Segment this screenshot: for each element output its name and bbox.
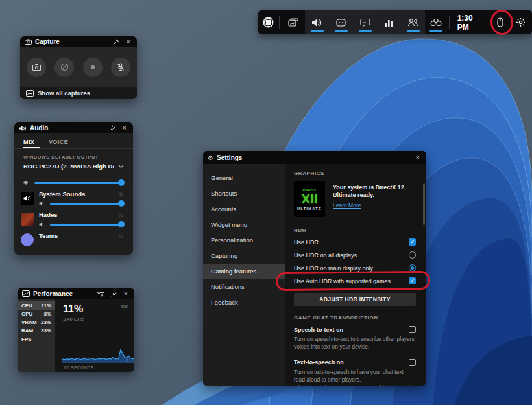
favorite-star-icon[interactable]: ☆ [118,191,124,198]
graphics-header: GRAPHICS [294,170,416,176]
learn-more-link[interactable]: Learn More [333,202,361,209]
speech-to-text-description: Turn on speech-to-text to transcribe oth… [294,335,416,351]
tab-voice[interactable]: VOICE [49,139,68,148]
sliders-icon [97,291,104,297]
widget-menu-icon [288,18,298,27]
nav-notifications[interactable]: Notifications [203,279,285,294]
audio-panel-title: Audio [30,124,48,132]
clock: 1:30 PM [451,10,492,34]
settings-panel: ⚙ Settings × General Shortcuts Accounts … [203,151,426,386]
performance-widget-button[interactable] [377,10,401,34]
scrollbar[interactable] [423,183,425,225]
channel-volume-row [39,218,124,231]
system-sounds-icon [21,192,34,205]
use-auto-hdr-checkbox[interactable]: ✔ [409,277,416,284]
start-recording-button[interactable] [83,58,103,77]
spectate-widget-button[interactable] [425,10,448,34]
settings-titlebar[interactable]: ⚙ Settings × [203,151,426,164]
speaker-icon [19,125,27,132]
metric-gpu[interactable]: GPU 3% [18,310,55,318]
close-button[interactable]: × [122,289,130,299]
adjust-hdr-intensity-button[interactable]: ADJUST HDR INTENSITY [294,293,416,306]
gamebar-right-group: 1:30 PM [425,10,532,34]
output-device-value: ROG PG27U (2- NVIDIA High Definition A..… [23,163,114,170]
use-hdr-checkbox[interactable]: ✔ [409,238,416,246]
show-all-captures-label: Show all captures [38,89,90,97]
text-to-speech-block: Text-to-speech on Turn on text-to-speech… [294,359,416,386]
nav-feedback[interactable]: Feedback [203,295,285,310]
gamebar-toolbar: 1:30 PM [258,10,532,34]
use-auto-hdr-label: Use Auto HDR with supported games [294,278,409,284]
group-widget-button[interactable] [401,10,425,34]
tab-mix[interactable]: MIX [23,139,34,148]
use-hdr-label: Use HDR [294,239,409,246]
speech-to-text-checkbox[interactable] [409,326,416,333]
nav-widget-menu[interactable]: Widget menu [203,217,285,232]
active-widget-indicator [429,30,442,32]
chat-monitor-icon [360,18,370,27]
axis-label: 60 SECONDS [64,365,93,370]
mic-muted-icon [117,63,125,71]
screenshot-button[interactable] [27,58,46,77]
output-device-dropdown[interactable]: ROG PG27U (2- NVIDIA High Definition A..… [14,162,133,174]
hades-app-icon [21,213,34,226]
axis-max: 100 [121,305,128,309]
options-button[interactable] [95,290,106,298]
hdr-header: HDR [294,227,416,233]
settings-gear-button[interactable] [509,10,532,34]
slider-knob[interactable] [118,179,125,186]
slider-knob[interactable] [118,221,125,227]
gallery-icon [26,90,34,97]
audio-titlebar[interactable]: Audio × [14,122,133,133]
favorite-star-icon[interactable]: ☆ [118,211,124,218]
pin-button[interactable] [109,290,119,298]
text-to-speech-label: Text-to-speech on [294,359,409,365]
metric-ram[interactable]: RAM 33% [18,327,55,335]
performance-panel: Performance × CPU 11% [18,288,134,372]
hdr-main-display-radio[interactable] [409,264,416,272]
metric-value: -- [48,336,51,342]
metric-fps[interactable]: FPS -- [18,335,55,343]
metric-cpu[interactable]: CPU 11% [18,301,55,310]
chat-widget-button[interactable] [353,10,377,34]
widget-menu-button[interactable] [281,10,305,34]
text-to-speech-checkbox[interactable] [409,359,416,366]
channel-volume-slider[interactable] [50,203,124,205]
active-widget-indicator [311,30,324,32]
nav-accounts[interactable]: Accounts [203,202,285,216]
audio-widget-button[interactable] [305,10,329,34]
channel-volume-slider[interactable] [50,224,124,226]
slider-knob[interactable] [118,200,125,207]
pin-button[interactable] [108,124,117,132]
nav-gaming-features[interactable]: Gaming features [203,264,285,279]
nav-personalization[interactable]: Personalization [203,233,285,248]
favorite-star-icon[interactable]: ☆ [118,232,124,239]
performance-titlebar[interactable]: Performance × [18,288,134,299]
nav-general[interactable]: General [203,170,285,185]
metric-vram[interactable]: VRAM 23% [18,318,55,327]
close-button[interactable]: × [125,37,132,47]
microphone-muted-button[interactable] [111,58,130,77]
xbox-home-button[interactable] [258,10,278,34]
settings-nav: General Shortcuts Accounts Widget menu P… [203,164,285,386]
gear-icon: ⚙ [208,154,213,161]
capture-titlebar[interactable]: Capture × [20,36,137,47]
mouse-mode-button[interactable] [491,10,509,34]
capture-widget-button[interactable] [329,10,353,34]
performance-panel-title: Performance [33,290,73,297]
pin-icon [110,125,115,131]
camera-icon [25,39,32,45]
record-last-30s-button[interactable] [54,58,74,77]
master-volume-slider[interactable] [34,182,124,184]
audio-channel-teams: Teams ☆ [14,231,133,246]
close-button[interactable]: × [414,153,422,163]
metric-label: VRAM [21,319,37,325]
hdr-all-displays-radio[interactable] [409,251,416,259]
nav-shortcuts[interactable]: Shortcuts [203,186,285,201]
cpu-usage-value: 11% [63,303,129,315]
nav-capturing[interactable]: Capturing [203,248,285,263]
close-button[interactable]: × [121,123,128,133]
settings-panel-title: Settings [217,154,242,161]
pin-button[interactable] [112,38,121,46]
show-all-captures-button[interactable]: Show all captures [20,87,137,99]
